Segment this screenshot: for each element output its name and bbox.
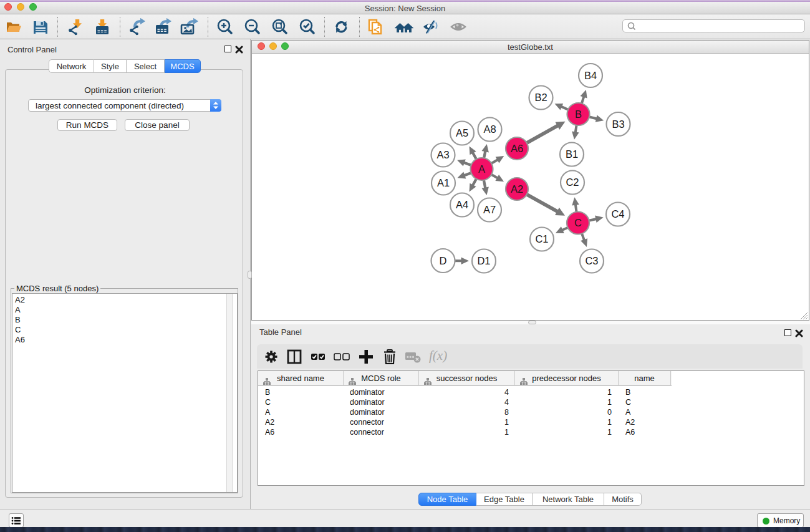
svg-text:D1: D1 [477, 255, 490, 266]
svg-text:A8: A8 [483, 123, 496, 135]
svg-text:B3: B3 [612, 118, 624, 130]
svg-text:A3: A3 [436, 149, 449, 160]
svg-text:B1: B1 [566, 148, 578, 160]
svg-text:A7: A7 [483, 204, 496, 215]
svg-text:A2: A2 [511, 183, 523, 195]
svg-text:D: D [440, 255, 447, 266]
svg-text:C: C [574, 217, 582, 228]
svg-text:C4: C4 [611, 208, 624, 220]
svg-text:A6: A6 [511, 143, 523, 154]
svg-text:A: A [478, 163, 485, 175]
svg-text:A1: A1 [437, 177, 450, 188]
svg-text:C2: C2 [566, 177, 579, 188]
svg-text:B4: B4 [584, 70, 597, 81]
svg-text:A4: A4 [456, 199, 468, 210]
svg-text:A5: A5 [456, 127, 468, 138]
svg-text:B: B [575, 109, 582, 120]
svg-text:C1: C1 [535, 233, 548, 244]
svg-text:C3: C3 [585, 255, 598, 266]
svg-text:B2: B2 [534, 92, 547, 103]
